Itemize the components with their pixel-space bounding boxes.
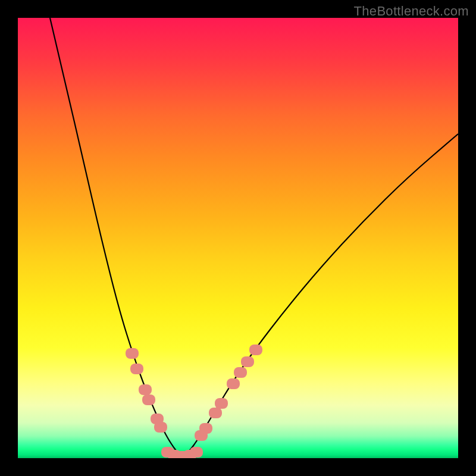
pip-right (227, 378, 240, 389)
pip-right (215, 398, 228, 409)
pip-left (154, 422, 167, 433)
pip-right (241, 356, 254, 367)
pip-left (139, 384, 152, 395)
pip-right (249, 345, 262, 355)
pip-floor (190, 447, 203, 458)
chart-frame: TheBottleneck.com (0, 0, 476, 476)
plot-area (18, 18, 458, 458)
pip-right (234, 367, 247, 378)
pip-left (126, 348, 139, 359)
datapoint-pips (18, 18, 458, 458)
pip-right (199, 423, 212, 434)
pip-right (209, 408, 222, 418)
pip-left (142, 394, 155, 405)
pip-left (130, 364, 143, 374)
watermark-text: TheBottleneck.com (354, 4, 469, 19)
